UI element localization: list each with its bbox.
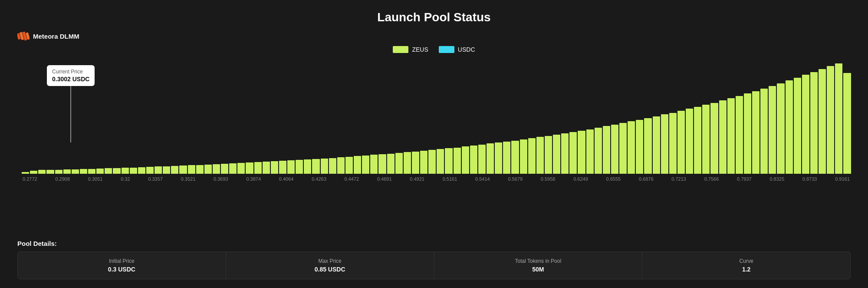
pool-detail-value: 50M [532,266,544,273]
chart-bar [329,158,336,174]
pool-details-table: Initial Price0.3 USDCMax Price0.85 USDCT… [17,252,851,279]
chart-bar [304,159,311,174]
chart-bar [412,152,419,174]
chart-bar [428,150,436,174]
chart-bar [387,154,395,174]
meteora-icon [17,31,30,41]
chart-bar [122,168,129,174]
chart-bar [254,162,262,174]
price-tooltip: Current Price 0.3002 USDC [47,65,95,86]
pool-detail-label: Curve [740,258,753,264]
pool-detail-cell: Curve1.2 [642,252,850,279]
chart-bar [694,107,701,174]
x-axis-label: 0.2908 [55,176,70,182]
chart-bar [296,160,303,174]
chart-bar [462,146,469,174]
legend-item-zeus: ZEUS [393,46,428,53]
chart-bar [677,111,685,174]
chart-bar [777,83,784,174]
chart-area: Current Price 0.3002 USDC 0.27720.29080.… [17,61,851,232]
chart-legend: ZEUS USDC [17,46,851,53]
bars-container [22,61,851,174]
pool-detail-label: Initial Price [109,258,135,264]
chart-bar [279,161,286,174]
chart-bar [578,131,585,174]
chart-bar [586,129,594,174]
x-axis-label: 0.6876 [639,176,654,182]
chart-bar [636,120,643,174]
chart-bar [545,136,552,174]
chart-bar [702,105,710,174]
legend-label-zeus: ZEUS [412,46,428,53]
chart-bar [661,114,668,174]
x-axis-label: 0.6249 [573,176,588,182]
provider-name: Meteora DLMM [33,33,79,40]
chart-bar [345,157,353,174]
chart-bar [528,138,536,174]
chart-bar [404,152,411,174]
legend-swatch-usdc [439,46,454,53]
x-axis-label: 0.2772 [23,176,37,182]
chart-bar [271,161,278,174]
chart-bar [727,98,735,174]
chart-bar [569,132,577,174]
chart-bar [138,167,145,174]
tooltip-value: 0.3002 USDC [52,76,89,83]
x-axis-label: 0.4064 [279,176,294,182]
chart-bar [130,168,137,174]
chart-bar [370,155,378,174]
chart-bar [221,164,228,174]
chart-bar [487,143,494,174]
chart-bar [794,78,801,174]
chart-bar [644,118,651,174]
chart-bar [445,148,452,174]
chart-bar [653,116,660,174]
chart-bar [710,103,718,174]
chart-bar [46,170,54,174]
chart-bar [354,156,361,174]
legend-label-usdc: USDC [458,46,475,53]
chart-bar [827,66,834,174]
x-axis-label: 0.4472 [345,176,359,182]
chart-bar [536,137,544,174]
chart-bar [30,171,37,174]
chart-bar [72,169,79,174]
chart-bar [263,162,270,174]
chart-bar [553,135,560,174]
tooltip-line [71,86,71,142]
chart-bar [835,63,842,174]
x-axis-label: 0.5414 [475,176,490,182]
page-container: Launch Pool Status Meteora DLMM ZEUS USD… [0,0,868,288]
chart-bar [511,141,519,174]
chart-bar [146,167,154,174]
x-axis-label: 0.3521 [181,176,196,182]
chart-bar [736,96,743,174]
chart-bar [204,165,212,174]
chart-bar [237,163,245,174]
x-axis-label: 0.8733 [802,176,817,182]
chart-bar [719,100,727,174]
legend-item-usdc: USDC [439,46,475,53]
chart-bar [378,154,386,174]
chart-bar [287,160,295,174]
chart-bar [96,169,104,174]
x-axis-label: 0.5958 [541,176,556,182]
x-axis-label: 0.7566 [704,176,719,182]
chart-bar [213,164,220,174]
chart-bar [595,128,602,174]
chart-bar [495,142,502,174]
chart-bar [503,142,510,174]
x-axis-label: 0.6555 [606,176,621,182]
x-axis-label: 0.7937 [737,176,752,182]
chart-bar [420,151,427,174]
chart-bar [113,168,120,174]
x-axis-label: 0.7213 [671,176,686,182]
x-axis-label: 0.4921 [410,176,424,182]
chart-bar [744,93,751,174]
chart-bar [769,86,776,174]
chart-bar [337,157,345,174]
x-axis-label: 0.9161 [835,176,850,182]
chart-bar [760,89,768,174]
chart-bar [437,149,444,174]
pool-detail-value: 0.85 USDC [315,266,345,273]
